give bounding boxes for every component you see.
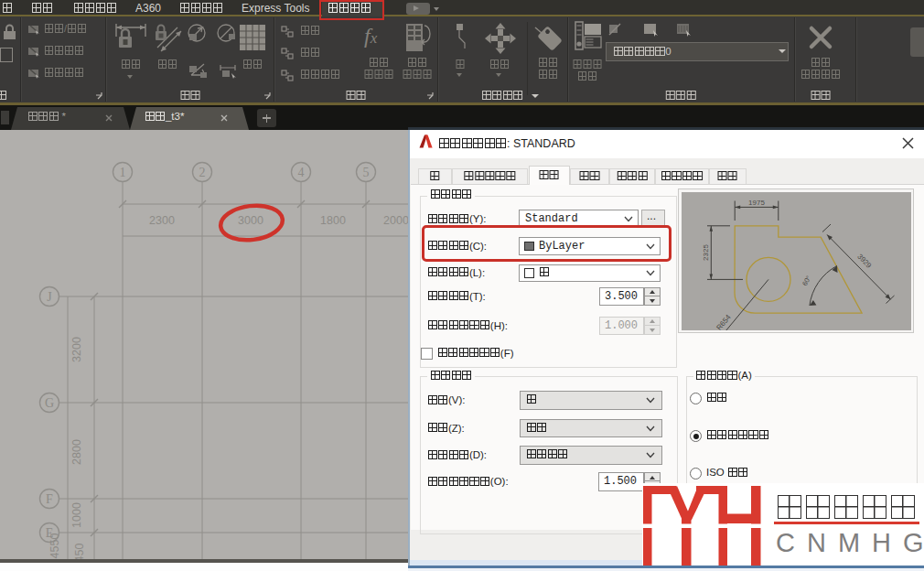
svg-text:2800: 2800 xyxy=(70,439,83,465)
svg-text:3000: 3000 xyxy=(238,214,263,227)
svg-text:R654: R654 xyxy=(714,312,733,329)
svg-text:J: J xyxy=(47,290,52,304)
svg-text:60°: 60° xyxy=(800,274,812,286)
svg-text:3200: 3200 xyxy=(70,337,83,362)
svg-text:2300: 2300 xyxy=(149,214,175,227)
svg-text:1: 1 xyxy=(120,166,126,179)
svg-text:3929: 3929 xyxy=(855,252,873,269)
svg-text:1975: 1975 xyxy=(748,198,765,206)
svg-text:5: 5 xyxy=(363,166,370,179)
svg-text:4: 4 xyxy=(298,166,305,179)
svg-text:1800: 1800 xyxy=(320,214,346,227)
svg-text:450: 450 xyxy=(73,544,86,559)
svg-text:2: 2 xyxy=(199,166,206,179)
svg-text:14550: 14550 xyxy=(48,533,61,559)
svg-text:1000: 1000 xyxy=(70,502,83,528)
svg-text:2325: 2325 xyxy=(701,243,709,260)
svg-text:F: F xyxy=(46,492,53,506)
svg-text:2000: 2000 xyxy=(383,214,409,227)
svg-text:G: G xyxy=(45,396,54,410)
